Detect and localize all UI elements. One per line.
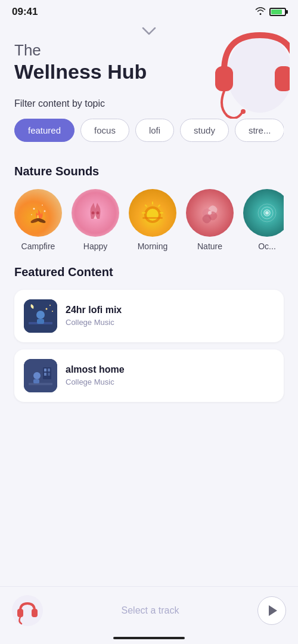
status-icons xyxy=(255,7,286,17)
chip-featured[interactable]: featured xyxy=(14,119,74,142)
svg-point-3 xyxy=(241,109,246,114)
battery-icon xyxy=(269,8,286,16)
ocean-label: Oc... xyxy=(258,242,276,251)
card-lofi-subtitle: College Music xyxy=(66,318,274,327)
card-lofi-title: 24hr lofi mix xyxy=(66,305,274,315)
nature-sounds-title: Nature Sounds xyxy=(14,165,284,178)
svg-point-21 xyxy=(208,211,212,215)
status-bar: 09:41 xyxy=(0,0,298,21)
svg-rect-44 xyxy=(32,609,38,617)
filter-chips: featured focus lofi study stre... xyxy=(14,119,284,144)
player-select-text: Select a track xyxy=(52,605,248,616)
campfire-circle xyxy=(14,189,62,237)
svg-rect-34 xyxy=(29,383,52,385)
happy-circle xyxy=(72,189,119,237)
svg-rect-43 xyxy=(17,609,23,617)
svg-rect-1 xyxy=(215,66,233,91)
card-home-info: almost home College Music xyxy=(66,364,274,386)
nature-circle xyxy=(186,189,234,237)
chip-stress[interactable]: stre... xyxy=(235,119,284,142)
card-home-title: almost home xyxy=(66,364,274,375)
player-play-button[interactable] xyxy=(257,596,286,625)
sound-ocean[interactable]: Oc... xyxy=(243,189,284,251)
chip-focus[interactable]: focus xyxy=(80,119,129,142)
svg-line-18 xyxy=(145,205,147,206)
thumb-lofi xyxy=(24,299,57,333)
svg-point-12 xyxy=(97,211,100,214)
card-home-subtitle: College Music xyxy=(66,377,274,386)
card-lofi-info: 24hr lofi mix College Music xyxy=(66,305,274,327)
home-indicator xyxy=(113,637,185,639)
svg-rect-40 xyxy=(44,373,46,376)
svg-rect-41 xyxy=(48,373,50,376)
nature-label: Nature xyxy=(197,242,222,251)
headphones-illustration xyxy=(206,23,290,119)
sound-nature[interactable]: Nature xyxy=(186,189,234,251)
featured-section: Featured Content xyxy=(0,259,298,481)
play-icon xyxy=(269,605,277,616)
featured-title: Featured Content xyxy=(14,265,284,279)
chip-study[interactable]: study xyxy=(180,119,229,142)
svg-point-35 xyxy=(33,372,41,379)
morning-circle xyxy=(129,189,176,237)
svg-point-7 xyxy=(44,210,46,212)
svg-point-25 xyxy=(265,211,269,215)
svg-rect-39 xyxy=(48,369,50,371)
svg-rect-29 xyxy=(37,319,44,324)
nature-sounds-section: Nature Sounds xyxy=(0,150,298,259)
sound-morning[interactable]: Morning xyxy=(129,189,176,251)
svg-rect-38 xyxy=(44,369,46,371)
svg-point-42 xyxy=(12,595,43,626)
thumb-home xyxy=(24,359,57,392)
svg-rect-2 xyxy=(275,66,290,91)
sound-campfire[interactable]: Campfire xyxy=(14,189,62,251)
sound-happy[interactable]: Happy xyxy=(72,189,119,251)
header: The Wellness Hub xyxy=(0,21,298,98)
svg-rect-15 xyxy=(142,217,163,219)
morning-label: Morning xyxy=(138,242,168,251)
svg-rect-36 xyxy=(33,379,39,383)
svg-point-32 xyxy=(52,311,53,312)
header-content: The Wellness Hub xyxy=(14,41,284,84)
card-almost-home[interactable]: almost home College Music xyxy=(14,349,284,402)
wifi-icon xyxy=(255,7,266,17)
svg-point-30 xyxy=(49,305,51,306)
chip-lofi[interactable]: lofi xyxy=(135,119,174,142)
svg-point-6 xyxy=(42,205,43,206)
status-time: 09:41 xyxy=(12,6,38,18)
svg-point-28 xyxy=(36,311,45,319)
svg-point-5 xyxy=(33,208,35,209)
happy-label: Happy xyxy=(83,242,107,251)
player-headphones-icon xyxy=(12,595,43,626)
player-bar: Select a track xyxy=(0,586,298,644)
svg-point-31 xyxy=(46,308,48,309)
svg-point-11 xyxy=(92,211,95,214)
card-lofi-mix[interactable]: 24hr lofi mix College Music xyxy=(14,290,284,342)
campfire-label: Campfire xyxy=(21,242,55,251)
svg-line-17 xyxy=(159,205,160,206)
sounds-row: Campfire Happy xyxy=(14,189,284,253)
ocean-circle xyxy=(243,189,284,237)
svg-point-8 xyxy=(31,214,32,215)
